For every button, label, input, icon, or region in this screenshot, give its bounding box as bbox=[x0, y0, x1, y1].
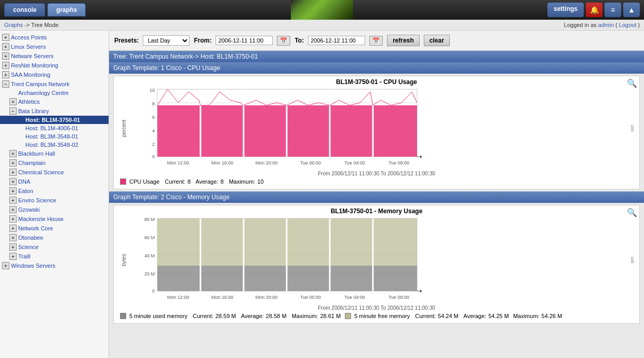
sidebar-item-1[interactable]: +Linux Servers bbox=[0, 42, 109, 51]
expand-icon-5[interactable]: − bbox=[2, 80, 9, 88]
legend2a-maximum: 28.61 M bbox=[320, 313, 341, 319]
user-link[interactable]: admin bbox=[598, 22, 614, 28]
expand-icon-24[interactable]: + bbox=[9, 253, 17, 260]
sidebar-item-10[interactable]: Host: BL1M-4006-01 bbox=[0, 124, 109, 132]
sidebar-item-12[interactable]: Host: BL3M-3548-02 bbox=[0, 141, 109, 149]
clear-button[interactable]: clear bbox=[424, 35, 450, 46]
legend1-box bbox=[120, 178, 126, 185]
sidebar-link-0[interactable]: Access Points bbox=[11, 34, 47, 40]
expand-icon-19[interactable]: + bbox=[9, 206, 17, 213]
sidebar-link-17[interactable]: Eaton bbox=[18, 188, 33, 194]
sidebar-link-14[interactable]: Champlain bbox=[18, 160, 46, 166]
presets-select[interactable]: Last Day Last Hour Last Week bbox=[143, 35, 190, 46]
up-icon[interactable]: ▲ bbox=[623, 3, 640, 17]
sidebar-item-11[interactable]: Host: BL3M-3548-01 bbox=[0, 132, 109, 141]
sidebar-link-24[interactable]: Traill bbox=[18, 253, 30, 259]
zoom1-icon[interactable]: 🔍 bbox=[627, 78, 637, 88]
expand-icon-22[interactable]: + bbox=[9, 234, 17, 241]
svg-marker-56 bbox=[420, 290, 422, 293]
sidebar-link-3[interactable]: ResNet Monitoring bbox=[11, 62, 58, 68]
sidebar-link-23[interactable]: Science bbox=[18, 244, 38, 250]
graph2-ylabel: bytes bbox=[116, 216, 131, 304]
sidebar-item-9[interactable]: Host: BL1M-3750-01 bbox=[0, 116, 109, 124]
logout-link[interactable]: Logout bbox=[619, 22, 637, 28]
sidebar-link-11[interactable]: Host: BL3M-3548-01 bbox=[25, 133, 78, 140]
sidebar-link-7[interactable]: Athletics bbox=[18, 99, 40, 105]
sidebar-link-21[interactable]: Network Core bbox=[18, 225, 53, 231]
expand-icon-18[interactable]: + bbox=[9, 197, 17, 204]
sidebar-link-12[interactable]: Host: BL3M-3548-02 bbox=[25, 142, 78, 148]
sidebar-item-16[interactable]: +DNA bbox=[0, 177, 109, 186]
zoom2-icon[interactable]: 🔍 bbox=[627, 208, 637, 217]
expand-icon-1[interactable]: + bbox=[2, 43, 9, 50]
expand-icon-15[interactable]: + bbox=[9, 169, 17, 176]
sidebar-item-6[interactable]: Archaeology Centre bbox=[0, 89, 109, 97]
sidebar-link-13[interactable]: Blackburn Hall bbox=[18, 150, 55, 157]
expand-icon-21[interactable]: + bbox=[9, 225, 17, 232]
sidebar-item-3[interactable]: +ResNet Monitoring bbox=[0, 61, 109, 70]
expand-icon-20[interactable]: + bbox=[9, 215, 17, 223]
sidebar-item-17[interactable]: +Eaton bbox=[0, 186, 109, 196]
breadcrumb-bar: Graphs -> Tree Mode Logged in as admin (… bbox=[0, 20, 644, 31]
settings-button[interactable]: settings bbox=[547, 3, 584, 17]
sidebar-item-23[interactable]: +Science bbox=[0, 242, 109, 252]
sidebar-item-21[interactable]: +Network Core bbox=[0, 224, 109, 233]
sidebar-link-8[interactable]: Bata Library bbox=[18, 108, 49, 114]
bell-icon[interactable]: 🔔 bbox=[586, 3, 602, 17]
sidebar-item-15[interactable]: +Chemical Science bbox=[0, 168, 109, 177]
expand-icon-7[interactable]: + bbox=[9, 98, 17, 105]
sidebar-link-1[interactable]: Linux Servers bbox=[11, 44, 46, 50]
sidebar-item-20[interactable]: +Mackenzie House bbox=[0, 214, 109, 224]
sidebar-item-2[interactable]: +Netware Servers bbox=[0, 51, 109, 61]
sidebar-link-25[interactable]: Windows Servers bbox=[11, 263, 56, 269]
graph2-title: BL1M-3750-01 - Memory Usage bbox=[116, 208, 637, 215]
sidebar-link-19[interactable]: Gzowski bbox=[18, 206, 40, 213]
legend2b-box bbox=[345, 313, 351, 319]
legend2b-maximum: 54.26 M bbox=[542, 313, 562, 319]
sidebar-item-8[interactable]: −Bata Library bbox=[0, 106, 109, 116]
sidebar-item-22[interactable]: +Otonabee bbox=[0, 233, 109, 242]
sidebar-item-7[interactable]: +Athletics bbox=[0, 97, 109, 106]
expand-icon-0[interactable]: + bbox=[2, 34, 9, 41]
sidebar-link-2[interactable]: Netware Servers bbox=[11, 53, 53, 59]
expand-icon-14[interactable]: + bbox=[9, 159, 17, 167]
sidebar-link-10[interactable]: Host: BL1M-4006-01 bbox=[25, 125, 78, 131]
refresh-button[interactable]: refresh bbox=[387, 35, 420, 46]
sidebar-link-4[interactable]: SAA Monitoring bbox=[11, 72, 50, 78]
sidebar-item-4[interactable]: +SAA Monitoring bbox=[0, 70, 109, 79]
sidebar-link-16[interactable]: DNA bbox=[18, 178, 30, 185]
expand-icon-3[interactable]: + bbox=[2, 62, 9, 69]
to-input[interactable] bbox=[308, 36, 365, 45]
menu-icon[interactable]: ≡ bbox=[605, 3, 621, 17]
expand-icon-4[interactable]: + bbox=[2, 71, 9, 78]
expand-icon-2[interactable]: + bbox=[2, 52, 9, 60]
expand-icon-13[interactable]: + bbox=[9, 150, 17, 157]
sidebar-item-14[interactable]: +Champlain bbox=[0, 158, 109, 168]
expand-icon-25[interactable]: + bbox=[2, 262, 9, 269]
from-calendar-button[interactable]: 📅 bbox=[277, 36, 290, 46]
graph1-ylabel: percent bbox=[116, 87, 131, 170]
expand-icon-8[interactable]: − bbox=[9, 107, 17, 115]
to-calendar-button[interactable]: 📅 bbox=[369, 36, 383, 46]
expand-icon-16[interactable]: + bbox=[9, 178, 17, 185]
sidebar-link-5[interactable]: Trent Campus Network bbox=[11, 81, 70, 87]
breadcrumb-graphs[interactable]: Graphs bbox=[4, 22, 23, 28]
expand-icon-23[interactable]: + bbox=[9, 243, 17, 251]
tab-graphs[interactable]: graphs bbox=[47, 3, 86, 17]
sidebar-item-18[interactable]: +Enviro Science bbox=[0, 196, 109, 205]
sidebar-link-20[interactable]: Mackenzie House bbox=[18, 216, 63, 222]
sidebar-link-22[interactable]: Otonabee bbox=[18, 235, 43, 241]
svg-text:40 M: 40 M bbox=[144, 253, 155, 258]
tab-console[interactable]: console bbox=[4, 3, 45, 17]
sidebar-item-24[interactable]: +Traill bbox=[0, 252, 109, 261]
sidebar-item-25[interactable]: +Windows Servers bbox=[0, 261, 109, 270]
sidebar-item-19[interactable]: +Gzowski bbox=[0, 205, 109, 214]
sidebar-item-5[interactable]: −Trent Campus Network bbox=[0, 79, 109, 89]
sidebar-link-15[interactable]: Chemical Science bbox=[18, 169, 64, 175]
sidebar-item-0[interactable]: +Access Points bbox=[0, 33, 109, 42]
from-input[interactable] bbox=[216, 36, 273, 45]
sidebar-link-18[interactable]: Enviro Science bbox=[18, 197, 56, 203]
expand-icon-17[interactable]: + bbox=[9, 187, 17, 195]
sidebar-item-13[interactable]: +Blackburn Hall bbox=[0, 149, 109, 158]
sidebar-link-6[interactable]: Archaeology Centre bbox=[18, 90, 69, 96]
